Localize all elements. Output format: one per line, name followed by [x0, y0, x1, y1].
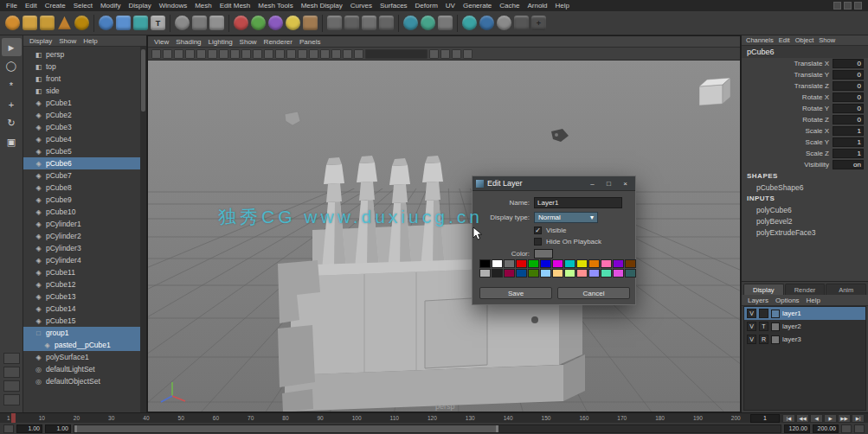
- layer-row-layer2[interactable]: VTlayer2: [744, 320, 865, 333]
- outliner-item-pasted-pcube1[interactable]: ◈pasted__pCube1: [23, 339, 146, 351]
- menu-windows[interactable]: Windows: [159, 2, 187, 10]
- maximize-icon[interactable]: □: [602, 178, 615, 189]
- channelbox-menu-edit[interactable]: Edit: [779, 36, 790, 44]
- palette-color-00c0c0[interactable]: [564, 259, 575, 268]
- outliner-item-pcube9[interactable]: ◈pCube9: [23, 194, 146, 206]
- channel-label[interactable]: Scale Y: [806, 138, 829, 146]
- play-backwards-button[interactable]: ◀: [810, 414, 823, 423]
- image-plane-icon[interactable]: [196, 49, 206, 59]
- motion-blur-icon[interactable]: [343, 49, 352, 59]
- menu-mesh-display[interactable]: Mesh Display: [301, 2, 343, 10]
- layer-color-swatch[interactable]: [771, 322, 780, 331]
- palette-color-0000e0[interactable]: [540, 259, 551, 268]
- shelf-icon-poly-cylinder[interactable]: [40, 16, 55, 30]
- palette-color-e07800[interactable]: [588, 259, 600, 268]
- channel-label[interactable]: Rotate Y: [802, 105, 829, 112]
- camera-attributes-icon[interactable]: [174, 49, 183, 59]
- menu-curves[interactable]: Curves: [350, 2, 372, 10]
- channel-label[interactable]: Rotate Z: [802, 116, 829, 124]
- layer-menu-options[interactable]: Options: [775, 297, 800, 304]
- channel-label[interactable]: Translate Z: [794, 82, 829, 90]
- layer-row-layer1[interactable]: Vlayer1: [744, 307, 865, 320]
- wireframe-on-shaded-icon[interactable]: [440, 49, 450, 59]
- outliner-item-pcube5[interactable]: ◈pCube5: [23, 145, 146, 157]
- channel-value-field[interactable]: 1: [833, 149, 864, 158]
- shelf-icon-poly-sphere[interactable]: [5, 16, 20, 30]
- resolution-gate-icon[interactable]: [230, 49, 240, 59]
- lock-camera-icon[interactable]: [163, 49, 172, 59]
- shelf-icon-paint-effects[interactable]: [327, 16, 342, 30]
- outliner-item-persp[interactable]: ◧persp: [23, 48, 146, 61]
- menu-file[interactable]: File: [6, 2, 17, 10]
- save-button[interactable]: Save: [479, 287, 552, 299]
- playback-start-field[interactable]: 1.00: [45, 424, 71, 433]
- menu-deform[interactable]: Deform: [415, 2, 438, 10]
- outliner-item-defaultlightset[interactable]: ◎defaultLightSet: [23, 363, 146, 375]
- outliner-item-pcube8[interactable]: ◈pCube8: [23, 182, 146, 194]
- shelf-icon-hair-tool[interactable]: [362, 16, 376, 30]
- shelf-icon-quad-draw[interactable]: [192, 16, 207, 30]
- range-slider-track[interactable]: [74, 424, 781, 433]
- layer-visibility-toggle[interactable]: V: [747, 322, 756, 331]
- outliner-menu-display[interactable]: Display: [29, 37, 52, 45]
- outliner-item-polysurface1[interactable]: ◈polySurface1: [23, 351, 146, 363]
- shelf-icon-sculpt-tool[interactable]: [175, 16, 190, 30]
- shelf-icon-plus-tool[interactable]: +: [531, 16, 546, 30]
- current-frame-marker[interactable]: [11, 413, 16, 423]
- menu-mesh-tools[interactable]: Mesh Tools: [258, 2, 293, 10]
- layer-mode-toggle[interactable]: R: [759, 335, 768, 344]
- palette-color-202020[interactable]: [492, 269, 503, 278]
- rotate-tool[interactable]: ↻: [2, 114, 22, 132]
- menu-generate[interactable]: Generate: [463, 2, 492, 10]
- menu-help[interactable]: Help: [556, 2, 569, 10]
- channel-value-field[interactable]: 0: [833, 81, 864, 91]
- menu-surfaces[interactable]: Surfaces: [380, 2, 408, 10]
- outliner-item-top[interactable]: ◧top: [23, 61, 146, 73]
- shelf-icon-sphere-teal[interactable]: [462, 16, 477, 30]
- shelf-icon-cube-dark[interactable]: [514, 16, 529, 30]
- close-icon[interactable]: ×: [619, 178, 632, 189]
- palette-color-703800[interactable]: [625, 259, 636, 268]
- viewport-menu-lighting[interactable]: Lighting: [209, 38, 233, 46]
- menu-display[interactable]: Display: [129, 2, 151, 10]
- current-frame-field[interactable]: 1: [750, 414, 780, 423]
- workspace-icon[interactable]: [833, 2, 841, 10]
- outliner-item-pcube3[interactable]: ◈pCube3: [23, 121, 146, 133]
- smooth-shade-all-icon[interactable]: [275, 49, 285, 59]
- exposure-field-icon[interactable]: [365, 49, 428, 59]
- channelbox-menu-channels[interactable]: Channels: [746, 36, 774, 44]
- channel-value-field[interactable]: 0: [833, 59, 864, 68]
- palette-color-9090ff[interactable]: [588, 269, 600, 278]
- palette-color-306060[interactable]: [625, 269, 636, 278]
- xray-icon[interactable]: [429, 49, 439, 59]
- auto-keyframe-button[interactable]: [841, 424, 852, 433]
- default-material-icon[interactable]: [452, 49, 461, 59]
- lasso-tool[interactable]: ◯: [2, 57, 22, 75]
- wireframe-icon[interactable]: [264, 49, 273, 59]
- shelf-icon-nurbs-sphere[interactable]: [99, 16, 113, 30]
- outliner-item-pcube10[interactable]: ◈pCube10: [23, 206, 146, 218]
- menu-edit[interactable]: Edit: [25, 2, 37, 10]
- palette-color-90d0ff[interactable]: [540, 269, 551, 278]
- layer-mode-toggle[interactable]: T: [759, 322, 768, 331]
- palette-color-ff9090[interactable]: [576, 269, 588, 278]
- film-gate-icon[interactable]: [219, 49, 228, 59]
- outliner-item-pcylinder4[interactable]: ◈pCylinder4: [23, 254, 146, 266]
- palette-color-407800[interactable]: [528, 269, 539, 278]
- shelf-icon-fur-tool[interactable]: [379, 16, 394, 30]
- channel-label[interactable]: Translate X: [794, 60, 829, 67]
- shape-node[interactable]: pCubeShape6: [742, 182, 868, 193]
- input-node-polyextrudeface3[interactable]: polyExtrudeFace3: [742, 227, 868, 238]
- shelf-icon-sphere-green[interactable]: [251, 16, 266, 30]
- animation-start-field[interactable]: 1.00: [16, 424, 42, 433]
- outliner-item-pcylinder3[interactable]: ◈pCylinder3: [23, 242, 146, 254]
- grid-icon[interactable]: [208, 49, 217, 59]
- go-to-end-button[interactable]: ▶|: [852, 414, 865, 423]
- outliner-item-pcube12[interactable]: ◈pCube12: [23, 278, 146, 290]
- outliner-menu-show[interactable]: Show: [59, 37, 76, 45]
- current-color-swatch[interactable]: [534, 249, 553, 258]
- outliner-item-front[interactable]: ◧front: [23, 73, 146, 85]
- outliner-item-side[interactable]: ◧side: [23, 85, 146, 97]
- palette-color-e0e000[interactable]: [576, 259, 588, 268]
- palette-color-004890[interactable]: [516, 269, 527, 278]
